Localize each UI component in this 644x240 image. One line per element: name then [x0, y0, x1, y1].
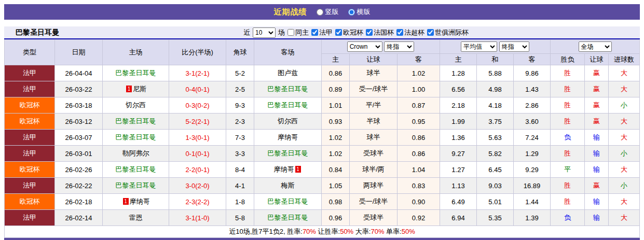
result-goals-cell: 大: [609, 162, 640, 178]
summary-segment: 让胜率:: [316, 228, 340, 235]
result-wdl-cell: 胜: [551, 81, 585, 97]
league-option-trophee[interactable]: 法超杯: [396, 28, 424, 37]
team-name[interactable]: 摩纳哥: [130, 197, 150, 205]
score-cell[interactable]: 3-1(1-0): [169, 210, 226, 226]
team-name[interactable]: 巴黎圣日耳曼: [116, 69, 156, 77]
score-cell[interactable]: 3-0(2-0): [169, 178, 226, 194]
team-name[interactable]: 巴黎圣日耳曼: [268, 149, 308, 157]
avg-draw-cell: 5.88: [477, 65, 514, 81]
col-home: 主场: [103, 40, 169, 65]
red-card-badge: 1: [126, 86, 132, 92]
red-card-badge: 1: [123, 198, 129, 205]
same-home-option[interactable]: 同主: [287, 28, 309, 37]
ucl-checkbox[interactable]: [335, 29, 342, 36]
avg-away-cell: 1.43: [514, 81, 551, 97]
table-row: 法甲 26-03-22 1尼斯 0-4(0-1) 2-5 巴黎圣日耳曼 0.89…: [5, 81, 640, 97]
summary-segment: 单率:: [384, 228, 401, 235]
league-option-ucl[interactable]: 欧冠杯: [335, 28, 363, 37]
corner-cell: 2-5: [226, 81, 254, 97]
score-cell[interactable]: 0-3(0-2): [169, 97, 226, 114]
avg-draw-cell: 3.75: [477, 114, 514, 130]
result-wdl-cell: 胜: [551, 194, 585, 210]
score-cell[interactable]: 0-4(0-1): [169, 81, 226, 97]
col-type: 类型: [5, 40, 55, 65]
odds-away-cell: 1.00: [398, 81, 440, 97]
same-home-checkbox[interactable]: [287, 29, 294, 36]
league-option-coupe-de-france[interactable]: 法国杯: [366, 28, 394, 37]
score-cell[interactable]: 2-3(2-2): [169, 194, 226, 210]
team-name[interactable]: 雷恩: [129, 214, 143, 221]
result-handicap-cell: 输: [585, 146, 609, 162]
team-name[interactable]: 巴黎圣日耳曼: [116, 165, 156, 173]
result-handicap-cell: 赢: [585, 65, 609, 81]
team-name[interactable]: 摩纳哥: [278, 133, 298, 141]
odds-time-select[interactable]: 终指: [384, 41, 414, 52]
club-world-cup-checkbox[interactable]: [427, 29, 434, 36]
coupe-de-france-checkbox[interactable]: [366, 29, 373, 36]
summary-segment: 70%: [371, 228, 384, 235]
layout-vertical-option[interactable]: 竖版: [317, 7, 339, 17]
away-cell: 切尔西: [254, 114, 322, 130]
odds-handicap-cell: 受球半: [350, 146, 398, 162]
result-wdl-cell: 胜: [551, 65, 585, 81]
result-handicap-cell: 输: [585, 210, 609, 226]
away-cell: 巴黎圣日耳曼: [254, 146, 322, 162]
score-cell[interactable]: 2-2(0-1): [169, 162, 226, 178]
team-name[interactable]: 图卢兹: [278, 69, 298, 77]
date-cell: 26-02-18: [55, 194, 103, 210]
team-name[interactable]: 巴黎圣日耳曼: [116, 133, 156, 141]
team-name[interactable]: 切尔西: [278, 117, 298, 125]
away-cell: 梅斯: [254, 178, 322, 194]
scope-group-header: 全场: [551, 40, 640, 54]
odds-handicap-cell: 半球: [350, 114, 398, 130]
score-cell[interactable]: 0-1(0-1): [169, 146, 226, 162]
team-name[interactable]: 巴黎圣日耳曼: [116, 117, 156, 125]
layout-horizontal-option[interactable]: 横版: [348, 7, 371, 17]
team-name[interactable]: 勒阿弗尔: [122, 149, 149, 157]
ligue1-checkbox[interactable]: [311, 29, 318, 36]
avg-away-cell: 9.29: [514, 162, 551, 178]
score-cell[interactable]: 3-1(2-1): [169, 65, 226, 81]
team-name[interactable]: 巴黎圣日耳曼: [268, 197, 308, 205]
score-cell[interactable]: 5-2(2-1): [169, 114, 226, 130]
result-wdl-cell: 胜: [551, 114, 585, 130]
vertical-radio-label: 竖版: [325, 7, 339, 17]
odds-handicap-cell: 受一/球半: [350, 194, 398, 210]
footerbar: [4, 238, 640, 240]
table-row: 欧冠杯 26-02-18 1摩纳哥 2-3(2-2) 1-8 巴黎圣日耳曼 0.…: [5, 194, 640, 210]
recent-count-select[interactable]: 10: [253, 27, 276, 38]
team-name[interactable]: 巴黎圣日耳曼: [268, 101, 308, 109]
avg-time-select[interactable]: 终指: [499, 41, 529, 52]
odds-away-cell: 0.92: [398, 210, 440, 226]
league-option-club-world-cup[interactable]: 世俱洲际杯: [427, 28, 469, 37]
trophee-label: 法超杯: [404, 28, 424, 37]
scope-select[interactable]: 全场: [579, 41, 612, 52]
result-wdl-cell: 平: [551, 162, 585, 178]
league-option-ligue1[interactable]: 法甲: [311, 28, 333, 37]
odds-company-select[interactable]: Crown: [347, 41, 382, 52]
team-name[interactable]: 巴黎圣日耳曼: [116, 181, 156, 189]
avg-home-cell: 1.13: [440, 178, 477, 194]
result-wdl-cell: 胜: [551, 178, 585, 194]
col-score: 比分(半场): [169, 40, 226, 65]
summary-text: 近10场,胜7平1负2, 胜率:70% 让胜率:50% 大率:70% 单率:50…: [229, 227, 415, 236]
trophee-checkbox[interactable]: [396, 29, 403, 36]
team-name[interactable]: 梅斯: [281, 181, 295, 189]
team-name[interactable]: 巴黎圣日耳曼: [268, 85, 308, 93]
team-name[interactable]: 巴黎圣日耳曼: [268, 214, 308, 221]
result-wdl-cell: 负: [551, 210, 585, 226]
odds-away-cell: 0.86: [398, 146, 440, 162]
score-cell[interactable]: 1-3(0-1): [169, 130, 226, 146]
vertical-radio[interactable]: [317, 9, 323, 16]
result-goals-cell: 大: [609, 65, 640, 81]
home-cell: 雷恩: [103, 210, 169, 226]
result-goals-cell: 小: [609, 97, 640, 114]
team-name[interactable]: 摩纳哥: [274, 165, 294, 173]
team-name[interactable]: 尼斯: [133, 85, 146, 93]
team-title: 巴黎圣日耳曼: [16, 28, 59, 37]
horizontal-radio[interactable]: [348, 9, 355, 16]
spacer: [4, 20, 640, 26]
avg-type-select[interactable]: 平均值: [461, 41, 497, 52]
team-name[interactable]: 切尔西: [126, 101, 146, 109]
ucl-label: 欧冠杯: [343, 28, 363, 37]
